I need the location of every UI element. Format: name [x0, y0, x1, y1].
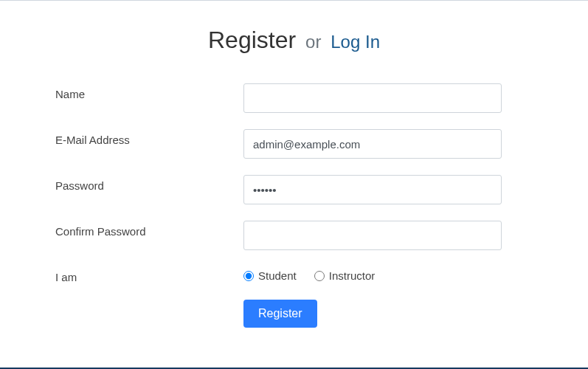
role-label: I am [55, 266, 243, 283]
password-input[interactable] [243, 175, 502, 204]
radio-item-instructor[interactable]: Instructor [314, 269, 376, 282]
form-row-confirm-password: Confirm Password [55, 221, 533, 250]
name-input[interactable] [243, 83, 502, 113]
login-link[interactable]: Log In [331, 32, 380, 52]
register-button[interactable]: Register [243, 300, 317, 328]
form-row-name: Name [55, 83, 533, 113]
heading-or: or [305, 32, 321, 52]
instructor-radio-label: Instructor [329, 269, 376, 282]
form-row-role: I am Student Instructor [55, 266, 533, 283]
password-label: Password [55, 175, 243, 192]
role-radio-group: Student Instructor [243, 268, 502, 282]
email-input[interactable] [243, 129, 502, 159]
form-row-password: Password [55, 175, 533, 204]
heading-register: Register [208, 27, 296, 53]
register-form-container: Register or Log In Name E-Mail Address P… [0, 1, 588, 328]
form-row-email: E-Mail Address [55, 129, 533, 159]
name-label: Name [55, 83, 243, 100]
instructor-radio[interactable] [314, 271, 325, 281]
submit-row: Register [55, 300, 533, 328]
student-radio[interactable] [243, 271, 254, 281]
email-label: E-Mail Address [55, 129, 243, 146]
page-heading: Register or Log In [55, 27, 533, 54]
confirm-password-input[interactable] [243, 221, 502, 250]
student-radio-label: Student [258, 269, 297, 282]
radio-item-student[interactable]: Student [243, 269, 297, 282]
confirm-password-label: Confirm Password [55, 221, 243, 238]
